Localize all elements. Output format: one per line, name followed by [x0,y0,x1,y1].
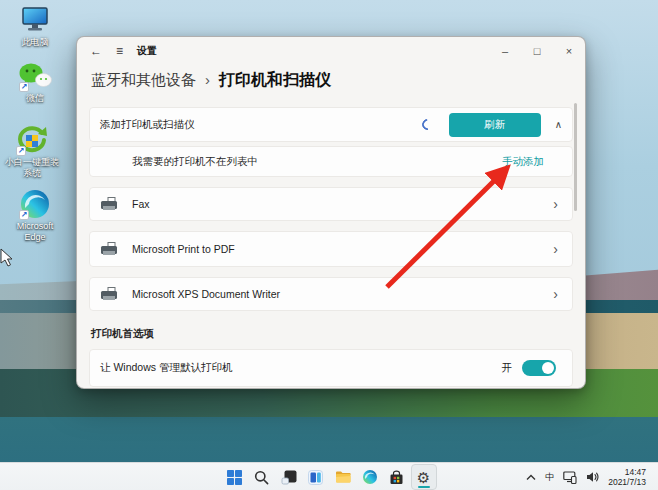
refresh-button[interactable]: 刷新 [449,113,541,137]
ime-indicator[interactable]: 中 [545,471,554,484]
desktop-icon-wechat[interactable]: ↗ 微信 [5,60,65,104]
store-button[interactable] [384,464,410,490]
scrollbar[interactable] [574,103,577,211]
desktop-icon-label: Microsoft Edge [5,221,65,243]
edge-icon: ↗ [18,188,52,220]
page-title: 打印机和扫描仪 [219,70,331,91]
wallpaper-water [0,417,658,462]
gear-icon: ⚙ [417,470,430,485]
settings-window: ← ≡ 设置 – □ × 蓝牙和其他设备 › 打印机和扫描仪 添加打印机或扫描仪… [76,36,586,389]
manual-add-link[interactable]: 手动添加 [502,155,544,169]
close-button[interactable]: × [553,37,585,64]
network-icon[interactable] [563,471,577,484]
printer-name: Fax [132,198,553,210]
chevron-right-icon: › [553,196,558,212]
printer-not-listed-label: 我需要的打印机不在列表中 [100,155,502,169]
taskbar: ⚙ 中 [0,462,658,490]
default-printer-label: 让 Windows 管理默认打印机 [100,361,502,375]
printer-not-listed-row: 我需要的打印机不在列表中 手动添加 [89,146,573,177]
taskbar-center: ⚙ [221,464,437,490]
toggle-state-label: 开 [502,361,513,375]
settings-taskbar-button[interactable]: ⚙ [411,464,437,490]
titlebar: ← ≡ 设置 – □ × [77,37,585,64]
file-explorer-icon [335,470,351,484]
widgets-icon [308,470,323,485]
window-controls: – □ × [489,37,585,64]
printer-preferences-title: 打印机首选项 [91,327,573,341]
breadcrumb-parent[interactable]: 蓝牙和其他设备 [91,71,196,90]
task-view-button[interactable] [276,464,302,490]
desktop-icon-edge[interactable]: ↗ Microsoft Edge [5,188,65,243]
loading-spinner-icon [419,117,434,132]
minimize-button[interactable]: – [489,37,521,64]
add-printer-row[interactable]: 添加打印机或扫描仪 刷新 ∧ [89,107,573,142]
printer-icon [100,197,120,212]
clock-time: 14:47 [625,467,646,477]
printer-icon [100,287,120,302]
menu-icon[interactable]: ≡ [116,44,123,58]
breadcrumb: 蓝牙和其他设备 › 打印机和扫描仪 [77,64,585,99]
search-icon [254,470,269,485]
desktop-icon-label: 此电脑 [5,37,65,48]
desktop-icon-label: 小白一键重装系统 [2,157,62,179]
printer-name: Microsoft XPS Document Writer [132,288,553,300]
chevron-up-icon [526,474,536,481]
edge-taskbar-icon [362,469,378,485]
printer-row-xps[interactable]: Microsoft XPS Document Writer › [89,277,573,311]
printer-row-pdf[interactable]: Microsoft Print to PDF › [89,231,573,267]
shortcut-arrow-icon: ↗ [19,210,29,220]
clock-date: 2021/7/13 [608,477,646,487]
edge-taskbar-button[interactable] [357,464,383,490]
chevron-right-icon: › [553,286,558,302]
wechat-icon: ↗ [18,60,52,92]
clock[interactable]: 14:47 2021/7/13 [608,467,646,487]
desktop: 此电脑 ↗ 微信 ↗ 小白一键重装系统 [0,0,658,490]
store-icon [389,470,404,485]
toggle-switch[interactable] [522,360,556,376]
desktop-icon-reinstall-tool[interactable]: ↗ 小白一键重装系统 [2,124,62,179]
mouse-cursor [0,248,14,268]
search-button[interactable] [249,464,275,490]
printer-icon [100,242,120,257]
start-icon [227,470,242,485]
volume-icon[interactable] [586,471,599,483]
printer-row-fax[interactable]: Fax › [89,187,573,221]
settings-content: 添加打印机或扫描仪 刷新 ∧ 我需要的打印机不在列表中 手动添加 Fax [77,99,585,387]
start-button[interactable] [222,464,248,490]
desktop-icon-this-pc[interactable]: 此电脑 [5,4,65,48]
active-app-indicator [418,486,430,489]
chevron-up-icon[interactable]: ∧ [555,119,562,130]
shortcut-arrow-icon: ↗ [16,146,26,156]
chevron-right-icon: › [553,241,558,257]
toggle-knob [542,362,554,374]
breadcrumb-separator-icon: › [205,71,210,88]
back-icon[interactable]: ← [90,44,102,58]
this-pc-icon [18,4,52,36]
hidden-icons-button[interactable] [526,474,536,481]
default-printer-row: 让 Windows 管理默认打印机 开 [89,349,573,387]
app-title: 设置 [137,44,157,58]
maximize-button[interactable]: □ [521,37,553,64]
add-printer-label: 添加打印机或扫描仪 [100,118,422,132]
desktop-icon-label: 微信 [5,93,65,104]
printer-name: Microsoft Print to PDF [132,243,553,255]
file-explorer-button[interactable] [330,464,356,490]
reinstall-tool-icon: ↗ [15,124,49,156]
system-tray: 中 14:47 2021/7/13 [517,463,646,490]
task-view-icon [281,469,297,485]
widgets-button[interactable] [303,464,329,490]
shortcut-arrow-icon: ↗ [19,82,29,92]
